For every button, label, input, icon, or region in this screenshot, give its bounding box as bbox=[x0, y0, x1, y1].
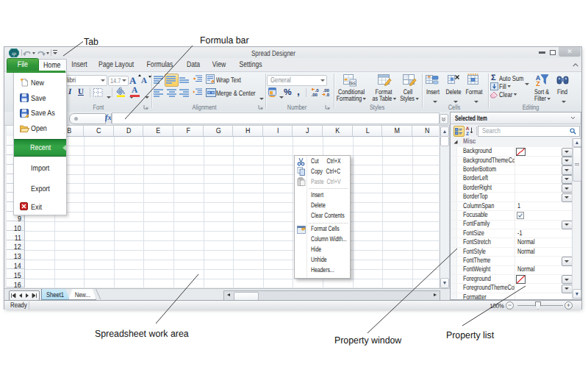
format-as-table-label2[interactable]: as Table bbox=[373, 95, 397, 103]
text[interactable] bbox=[179, 82, 189, 83]
merge-center-icon[interactable] bbox=[206, 88, 216, 97]
scroll-thumb[interactable] bbox=[440, 136, 449, 146]
sort-filter-label2[interactable]: Filter bbox=[534, 95, 550, 103]
property-row-fontstretch[interactable]: FontStretchNormal bbox=[451, 238, 572, 248]
align-center-button[interactable] bbox=[167, 89, 176, 97]
label[interactable]: Hide bbox=[311, 246, 321, 254]
label[interactable]: Save bbox=[31, 94, 46, 103]
delete-cells-label[interactable]: Delete bbox=[446, 88, 462, 96]
context-menu-item-column-width[interactable]: Column Width... bbox=[295, 235, 350, 245]
find-icon[interactable] bbox=[556, 74, 569, 87]
text[interactable] bbox=[154, 89, 163, 90]
clear-text[interactable]: Clear bbox=[499, 91, 512, 99]
property-value[interactable]: Normal bbox=[517, 248, 535, 256]
formula-bar-expand-button[interactable] bbox=[440, 114, 448, 124]
text[interactable] bbox=[169, 91, 175, 93]
scroll-left-icon[interactable] bbox=[227, 293, 230, 296]
fill-text[interactable]: Fill bbox=[499, 83, 506, 91]
property-row-borderleft[interactable]: BorderLeft bbox=[451, 174, 572, 184]
column-divider[interactable] bbox=[514, 293, 515, 299]
property-name[interactable]: FontStyle bbox=[463, 248, 515, 256]
dropdown-caret-icon[interactable] bbox=[433, 101, 437, 103]
column-header-E[interactable]: E bbox=[146, 126, 171, 135]
font-dialog-launcher-icon[interactable] bbox=[143, 104, 148, 110]
grow-font-button[interactable]: A bbox=[129, 75, 140, 85]
wrap-text-label[interactable]: Wrap Text bbox=[216, 76, 241, 85]
tab-view[interactable]: View bbox=[211, 59, 227, 71]
dropdown-caret-icon[interactable] bbox=[453, 101, 458, 103]
prev-sheet-icon[interactable] bbox=[18, 293, 24, 299]
dropdown-caret-icon[interactable] bbox=[129, 96, 134, 99]
property-name[interactable]: BorderRight bbox=[463, 184, 515, 192]
sheet-tab-sheet1[interactable]: Sheet1 bbox=[41, 289, 70, 300]
checkbox[interactable] bbox=[517, 212, 525, 220]
file-menu-item-save-as[interactable]: Save As bbox=[14, 108, 66, 118]
file-menu-item-import[interactable]: Import bbox=[14, 163, 66, 174]
dropdown-caret-icon[interactable] bbox=[562, 101, 566, 103]
font-color-button[interactable]: A bbox=[132, 86, 140, 95]
property-list[interactable]: Misc BackgroundBackgroundThemeColorBorde… bbox=[451, 138, 572, 299]
delete-cells-icon[interactable] bbox=[448, 74, 461, 86]
column-divider[interactable] bbox=[514, 174, 515, 183]
column-divider[interactable] bbox=[514, 274, 515, 283]
shortcut-label[interactable]: Ctrl+V bbox=[326, 178, 340, 186]
category-expander-icon[interactable] bbox=[453, 140, 458, 144]
minimize-button[interactable] bbox=[539, 51, 545, 54]
az-sort-button[interactable]: A Z bbox=[465, 126, 474, 135]
property-row-formatter[interactable]: Formatter bbox=[451, 293, 572, 299]
column-header-H[interactable]: H bbox=[235, 126, 261, 135]
text[interactable] bbox=[148, 76, 151, 78]
last-sheet-icon[interactable] bbox=[32, 293, 37, 299]
property-row-borderright[interactable]: BorderRight bbox=[451, 183, 572, 193]
align-left-button[interactable] bbox=[154, 89, 163, 97]
autosum-dropdown-icon[interactable] bbox=[523, 78, 529, 91]
redo-dropdown-icon[interactable] bbox=[46, 52, 49, 54]
column-divider[interactable] bbox=[514, 220, 515, 229]
column-divider[interactable] bbox=[514, 247, 515, 256]
text[interactable] bbox=[166, 80, 176, 82]
property-row-fontsize[interactable]: FontSize-1 bbox=[451, 229, 572, 238]
format-dropdown-icon[interactable] bbox=[473, 96, 478, 109]
font-size-text[interactable]: 14.7 bbox=[110, 77, 121, 85]
label[interactable]: Format Cells bbox=[311, 225, 340, 233]
column-divider[interactable] bbox=[514, 193, 515, 201]
property-value[interactable]: -1 bbox=[517, 229, 523, 238]
text[interactable] bbox=[154, 80, 159, 82]
column-header-F[interactable]: F bbox=[176, 126, 201, 135]
text[interactable] bbox=[167, 93, 176, 95]
column-divider[interactable] bbox=[514, 256, 515, 265]
column-divider[interactable] bbox=[514, 147, 515, 156]
column-header-N[interactable]: N bbox=[415, 126, 439, 135]
row-header-13[interactable]: 13 bbox=[14, 252, 21, 261]
context-menu-item-paste[interactable]: PasteCtrl+V bbox=[295, 176, 350, 187]
text[interactable]: FontStyle bbox=[463, 248, 486, 256]
text[interactable] bbox=[564, 196, 569, 199]
context-menu-item-delete[interactable]: Delete bbox=[295, 201, 350, 211]
text[interactable]: FontSize bbox=[463, 229, 484, 238]
tab-settings[interactable]: Settings bbox=[239, 59, 263, 71]
property-row-columnspan[interactable]: ColumnSpan1 bbox=[451, 201, 572, 211]
row-header-16[interactable]: 16 bbox=[14, 281, 21, 288]
text[interactable] bbox=[169, 96, 175, 97]
conditional-formatting-label2[interactable]: Formatting bbox=[336, 95, 366, 103]
zoom-in-button[interactable]: + bbox=[564, 301, 573, 310]
context-menu-item-format-cells[interactable]: Format Cells bbox=[295, 224, 350, 235]
label[interactable]: Unhide bbox=[311, 256, 327, 264]
label[interactable]: Export bbox=[31, 185, 50, 193]
wrap-text-icon[interactable] bbox=[206, 74, 216, 85]
text[interactable]: Formatter bbox=[463, 293, 487, 299]
sort-line2-text[interactable]: Filter bbox=[534, 95, 545, 103]
dropdown-caret-icon[interactable] bbox=[320, 79, 325, 82]
property-row-fonttheme[interactable]: FontTheme bbox=[451, 256, 572, 265]
property-name[interactable]: BorderBottom bbox=[463, 165, 515, 174]
text[interactable] bbox=[564, 224, 569, 226]
property-value[interactable]: Normal bbox=[517, 265, 535, 274]
property-row-foregroundthemecolor[interactable]: ForegroundThemeColor bbox=[451, 284, 572, 293]
scroll-down-button[interactable] bbox=[573, 289, 581, 299]
context-menu-item-insert[interactable]: Insert bbox=[295, 190, 350, 201]
label[interactable]: Open bbox=[31, 124, 47, 133]
text[interactable]: BorderBottom bbox=[463, 165, 496, 174]
dropdown-caret-icon[interactable] bbox=[393, 98, 397, 100]
row-header-12[interactable]: 12 bbox=[14, 243, 21, 251]
label[interactable]: Delete bbox=[311, 201, 326, 210]
